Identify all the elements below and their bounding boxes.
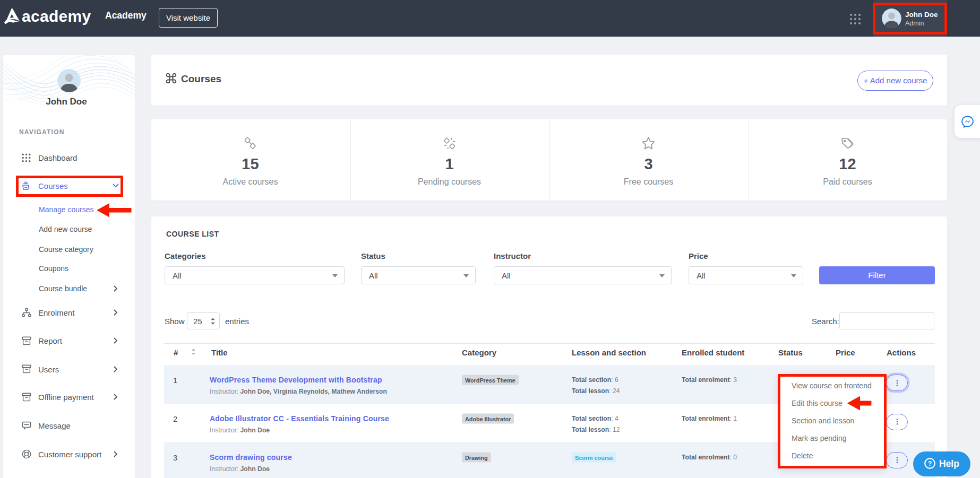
svg-text:?: ? (928, 460, 932, 467)
